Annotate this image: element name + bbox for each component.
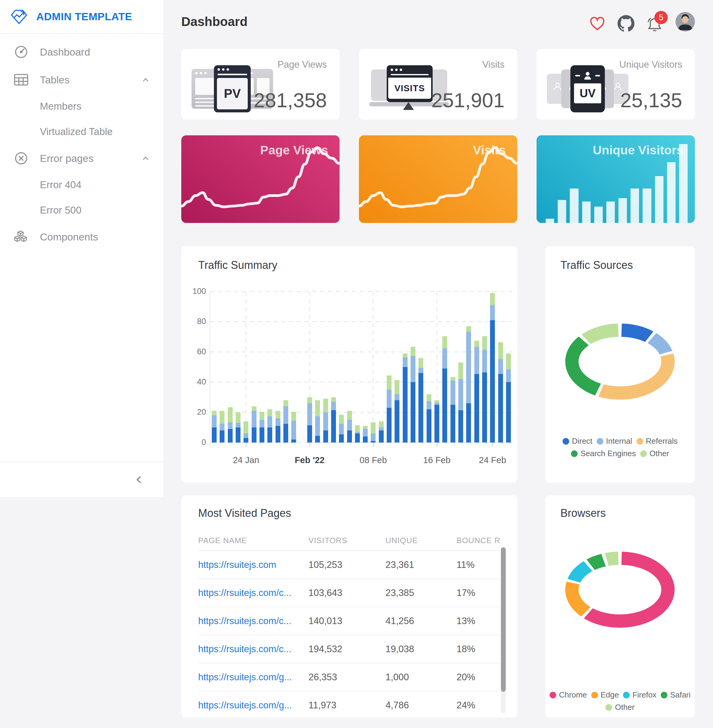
page-link[interactable]: https://rsuitejs.com/c... — [198, 616, 291, 626]
unique-visitors-trend-card[interactable]: Unique Visitors — [537, 135, 695, 223]
table-column-header: PAGE NAME — [198, 536, 309, 545]
bar-segment-tertiary — [355, 425, 360, 432]
bar-segment-primary — [307, 425, 312, 443]
bar-segment-tertiary — [243, 421, 248, 434]
collapse-sidebar-button[interactable] — [134, 474, 143, 485]
brand[interactable]: ADMIN TEMPLATE — [0, 0, 163, 34]
sidebar-item-error-500[interactable]: Error 500 — [0, 198, 163, 223]
y-axis-label: 20 — [183, 407, 206, 417]
traffic-summary-bar — [442, 336, 447, 443]
sidebar-item-error-404[interactable]: Error 404 — [0, 172, 163, 198]
table-column-header: BOUNCE RATE — [456, 536, 500, 545]
sidebar-item-dashboard[interactable]: Dashboard — [0, 38, 163, 66]
circle-x-icon — [13, 151, 29, 166]
bar-segment-primary — [220, 430, 224, 443]
bar-segment-secondary — [466, 332, 471, 404]
avatar[interactable] — [676, 12, 695, 31]
bar-segment-tertiary — [506, 354, 511, 370]
bar-segment-primary — [252, 427, 257, 443]
sidebar: ADMIN TEMPLATE Dashboard Tables Members … — [0, 0, 163, 497]
bar-segment-tertiary — [260, 412, 264, 420]
bar-segment-primary — [363, 437, 368, 443]
bar-segment-secondary — [434, 403, 439, 405]
bar-segment-primary — [315, 436, 320, 443]
bar-segment-primary — [403, 367, 407, 443]
bar-segment-secondary — [323, 412, 328, 430]
bar-segment-secondary — [267, 416, 272, 428]
table-scrollbar-track[interactable] — [501, 547, 506, 713]
traffic-sources-legend: DirectInternalReferralsSearch EnginesOth… — [548, 437, 693, 458]
bar-segment-tertiary — [291, 412, 296, 421]
sidebar-nav: Dashboard Tables Members Virtualized Tab… — [0, 34, 163, 251]
bar-segment-secondary — [498, 359, 503, 374]
bar-segment-secondary — [291, 421, 296, 440]
bar-segment-primary — [283, 424, 288, 443]
bar-segment-tertiary — [427, 394, 431, 401]
legend-dot-icon — [606, 704, 612, 711]
bar-segment-tertiary — [474, 341, 479, 347]
github-icon[interactable] — [618, 15, 634, 32]
traffic-sources-title: Traffic Sources — [561, 259, 633, 272]
visits-trend-card[interactable]: Visits — [359, 135, 517, 223]
bar-segment-primary — [379, 430, 384, 443]
pages-table: PAGE NAMEVISITORSUNIQUEBOUNCE RATEhttps:… — [198, 530, 500, 718]
page-link[interactable]: https://rsuitejs.com — [198, 559, 276, 570]
sidebar-item-components[interactable]: Components — [0, 223, 163, 251]
bar-segment-secondary — [506, 370, 511, 382]
bar-segment-secondary — [283, 406, 288, 424]
page-name-cell: https://rsuitejs.com/g... — [198, 672, 309, 683]
page-name-cell: https://rsuitejs.com — [198, 559, 309, 570]
trend-bar — [618, 198, 627, 223]
bar-segment-primary — [387, 408, 392, 443]
traffic-summary-bar — [212, 411, 216, 443]
traffic-summary-bar — [458, 363, 463, 443]
page-views-trend-card[interactable]: Page Views — [181, 135, 340, 223]
page-link[interactable]: https://rsuitejs.com/c... — [198, 588, 291, 598]
bar-segment-primary — [331, 410, 336, 443]
legend-dot-icon — [640, 451, 647, 457]
x-axis-label: 24 Jan — [222, 455, 270, 465]
sidebar-item-error-pages[interactable]: Error pages — [0, 145, 163, 172]
traffic-summary-bar — [228, 407, 233, 443]
bar-segment-tertiary — [252, 406, 257, 411]
bar-segment-tertiary — [315, 400, 320, 416]
stat-value: 251,901 — [431, 88, 504, 112]
traffic-summary-bar — [307, 397, 312, 443]
sidebar-item-tables[interactable]: Tables — [0, 66, 163, 94]
y-axis-line — [210, 291, 210, 447]
legend-label: Safari — [670, 690, 691, 700]
sidebar-item-members[interactable]: Members — [0, 94, 163, 119]
page-name-cell: https://rsuitejs.com/c... — [198, 588, 309, 598]
page-link[interactable]: https://rsuitejs.com/c... — [198, 644, 291, 654]
bar-segment-secondary — [427, 401, 431, 410]
table-row: https://rsuitejs.com/c...103,64323,38517… — [198, 579, 500, 607]
page-link[interactable]: https://rsuitejs.com/g... — [198, 700, 292, 710]
bar-segment-primary — [236, 427, 240, 443]
traffic-summary-chart: 02040608010024 JanFeb '2208 Feb16 Feb24 … — [210, 291, 512, 443]
sidebar-item-virtualized-table[interactable]: Virtualized Table — [0, 119, 163, 145]
most-visited-pages-title: Most Visited Pages — [198, 507, 291, 519]
bar-segment-tertiary — [387, 376, 392, 390]
trend-bar — [570, 188, 578, 223]
traffic-summary-bar — [283, 400, 288, 443]
traffic-summary-bar — [276, 411, 280, 443]
brand-title: ADMIN TEMPLATE — [36, 10, 132, 22]
trend-bar — [546, 219, 554, 223]
x-axis-tick — [373, 443, 374, 447]
legend-dot-icon — [550, 692, 556, 698]
browsers-legend: ChromeEdgeFirefoxSafariOther — [548, 690, 693, 712]
table-scrollbar-thumb[interactable] — [501, 547, 506, 692]
bar-segment-primary — [291, 440, 296, 443]
bounce-rate-cell: 11% — [456, 559, 500, 570]
legend-dot-icon — [637, 438, 643, 445]
heart-icon[interactable] — [590, 17, 605, 31]
bar-segment-secondary — [482, 350, 487, 373]
traffic-summary-title: Traffic Summary — [198, 259, 277, 272]
traffic-summary-bar — [252, 406, 257, 443]
visits-icon-text: VISITS — [388, 78, 431, 99]
bar-segment-primary — [323, 430, 328, 443]
page-link[interactable]: https://rsuitejs.com/g... — [198, 672, 292, 682]
y-axis-label: 0 — [183, 438, 206, 447]
x-axis-tick — [246, 443, 246, 447]
bar-segment-primary — [347, 430, 352, 443]
